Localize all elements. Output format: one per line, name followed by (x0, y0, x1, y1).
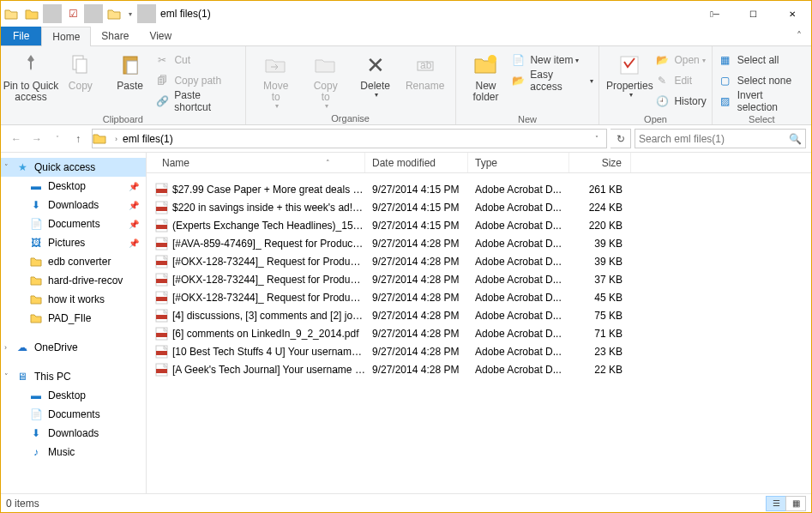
pdf-icon (155, 183, 172, 196)
qat-dropdown[interactable]: ▾ (125, 4, 135, 23)
pin-icon: 📌 (129, 201, 139, 210)
table-row[interactable]: [#AVA-859-47469]_ Request for Product ..… (147, 234, 811, 252)
file-name: [A Geek's Tech Journal] Your username a.… (172, 364, 365, 376)
breadcrumb[interactable]: eml files(1) (121, 133, 175, 145)
dropdown-button[interactable]: ˅ (587, 135, 606, 142)
sidebar-item-folder[interactable]: PAD_FIle (1, 309, 146, 328)
forward-button[interactable]: → (27, 129, 47, 149)
sidebar-item-downloads[interactable]: ⬇Downloads📌 (1, 196, 146, 214)
tab-home[interactable]: Home (41, 27, 91, 46)
file-type: Adobe Acrobat D... (468, 274, 569, 286)
table-row[interactable]: [#OKX-128-73244]_ Request for Product ..… (147, 270, 811, 288)
table-row[interactable]: [#OKX-128-73244]_ Request for Product ..… (147, 252, 811, 270)
file-list[interactable]: $27.99 Case Paper + More great deals to … (147, 173, 811, 493)
edit-button[interactable]: ✎Edit (654, 71, 706, 90)
sidebar-item-onedrive[interactable]: ›☁OneDrive (1, 338, 146, 357)
search-icon[interactable]: 🔍 (789, 133, 802, 145)
select-none-button[interactable]: ▢Select none (718, 71, 806, 90)
file-date: 9/27/2014 4:28 PM (365, 328, 468, 340)
close-button[interactable]: ✕ (773, 1, 811, 27)
tab-view[interactable]: View (139, 27, 182, 45)
sidebar-item-downloads[interactable]: ⬇Downloads (1, 424, 146, 443)
rename-button[interactable]: abRename (400, 50, 450, 92)
column-size[interactable]: Size (569, 153, 631, 172)
sidebar-item-folder[interactable]: hard-drive-recov (1, 271, 146, 290)
table-row[interactable]: $27.99 Case Paper + More great deals to … (147, 180, 811, 198)
table-row[interactable]: (Experts Exchange Tech Headlines)_15_11.… (147, 216, 811, 234)
refresh-button[interactable]: ↻ (611, 129, 631, 148)
sidebar-item-desktop[interactable]: ▬Desktop (1, 386, 146, 405)
sidebar-item-pictures[interactable]: 🖼Pictures📌 (1, 233, 146, 252)
chevron-down-icon[interactable]: ˅ (4, 163, 9, 172)
select-none-icon: ▢ (718, 73, 733, 88)
new-item-button[interactable]: 📄New item▾ (510, 51, 593, 69)
invert-selection-button[interactable]: ▨Invert selection (718, 92, 806, 111)
file-size: 39 KB (569, 238, 631, 250)
sidebar-item-music[interactable]: ♪Music (1, 443, 146, 462)
table-row[interactable]: [A Geek's Tech Journal] Your username a.… (147, 360, 811, 378)
details-view-button[interactable]: ☰ (766, 496, 786, 511)
chevron-right-icon[interactable]: › (4, 343, 7, 352)
chevron-down-icon[interactable]: ˅ (4, 372, 9, 381)
sidebar-item-folder[interactable]: edb converter (1, 252, 146, 271)
easy-access-button[interactable]: 📂Easy access▾ (510, 71, 593, 90)
open-icon: 📂 (654, 52, 670, 68)
history-button[interactable]: 🕘History (654, 92, 706, 111)
file-date: 9/27/2014 4:15 PM (365, 202, 468, 214)
table-row[interactable]: $220 in savings inside + this week's ad!… (147, 198, 811, 216)
table-row[interactable]: [6] comments on LinkedIn_9_2_2014.pdf9/2… (147, 324, 811, 342)
search-input[interactable]: Search eml files(1) 🔍 (635, 129, 806, 148)
delete-button[interactable]: ✕Delete▾ (351, 50, 400, 100)
navigation-pane[interactable]: ˅★Quick access ▬Desktop📌 ⬇Downloads📌 📄Do… (1, 153, 147, 493)
tab-share[interactable]: Share (91, 27, 139, 45)
column-date[interactable]: Date modified (365, 153, 468, 172)
paste-icon (117, 51, 144, 79)
file-date: 9/27/2014 4:28 PM (365, 310, 468, 322)
rename-icon: ab (412, 51, 439, 79)
chevron-right-icon[interactable]: › (111, 135, 121, 143)
folder-icon (28, 313, 44, 323)
table-row[interactable]: [10 Best Tech Stuffs 4 U] Your username … (147, 342, 811, 360)
sidebar-item-desktop[interactable]: ▬Desktop📌 (1, 177, 146, 196)
app-icon (22, 4, 41, 23)
delete-icon: ✕ (362, 51, 389, 79)
move-to-button[interactable]: Move to▾ (251, 50, 301, 111)
new-folder-button[interactable]: New folder (461, 50, 511, 103)
shortcut-icon: 🔗 (154, 94, 170, 109)
select-all-button[interactable]: ▦Select all (718, 51, 806, 69)
copy-path-button[interactable]: 🗐Copy path (154, 71, 239, 90)
sidebar-item-documents[interactable]: 📄Documents📌 (1, 214, 146, 233)
maximize-button[interactable]: ☐ (734, 1, 773, 27)
sidebar-item-documents[interactable]: 📄Documents (1, 405, 146, 424)
minimize-button[interactable]: ─ (695, 1, 734, 27)
copy-to-button[interactable]: Copy to▾ (301, 50, 351, 111)
column-type[interactable]: Type (468, 153, 569, 172)
sidebar-item-folder[interactable]: how it works (1, 290, 146, 309)
sidebar-item-this-pc[interactable]: ˅🖥This PC (1, 367, 146, 386)
icons-view-button[interactable]: ▦ (785, 496, 806, 511)
file-date: 9/27/2014 4:28 PM (365, 274, 468, 286)
address-bar[interactable]: › eml files(1) ˅ (92, 129, 607, 148)
file-type: Adobe Acrobat D... (468, 292, 569, 304)
paste-button[interactable]: Paste (105, 50, 155, 92)
collapse-ribbon[interactable]: ˄ (787, 27, 811, 45)
qat-folder-icon[interactable] (105, 4, 123, 23)
column-name[interactable]: Name˄ (155, 153, 365, 172)
properties-button[interactable]: Properties▾ (604, 50, 654, 100)
back-button[interactable]: ← (6, 129, 27, 149)
recent-dropdown[interactable]: ˅ (47, 129, 68, 149)
pin-to-quick-access-button[interactable]: Pin to Quick access (6, 50, 56, 103)
tab-file[interactable]: File (1, 27, 41, 45)
sidebar-item-quick-access[interactable]: ˅★Quick access (1, 158, 146, 177)
copy-button[interactable]: Copy (56, 50, 105, 92)
pin-icon: 📌 (129, 182, 139, 191)
up-button[interactable]: ↑ (68, 129, 88, 149)
table-row[interactable]: [4] discussions, [3] comments and [2] jo… (147, 306, 811, 324)
open-button[interactable]: 📂Open▾ (654, 51, 706, 69)
table-row[interactable]: [#OKX-128-73244]_ Request for Product ..… (147, 288, 811, 306)
svg-rect-9 (156, 189, 167, 193)
qat-check-icon[interactable]: ☑ (63, 4, 82, 23)
cut-button[interactable]: ✂Cut (154, 51, 239, 69)
svg-rect-1 (76, 59, 87, 73)
paste-shortcut-button[interactable]: 🔗Paste shortcut (154, 92, 239, 111)
